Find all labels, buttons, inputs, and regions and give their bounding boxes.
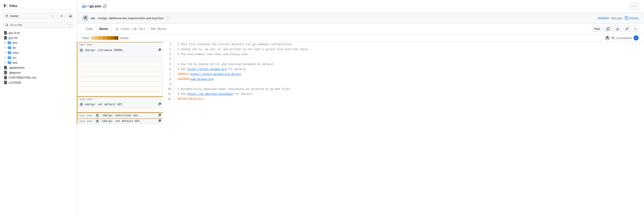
line-number[interactable]: 12 <box>163 97 174 102</box>
chevron-down-icon <box>51 14 54 18</box>
line-number[interactable]: 10 <box>163 87 174 92</box>
goto-file-label: Go to file <box>10 23 22 27</box>
line-number[interactable]: 4 <box>163 57 174 62</box>
copy-path-icon[interactable] <box>103 4 107 8</box>
download-button[interactable] <box>614 26 622 32</box>
blame-gutter-row <box>77 82 163 87</box>
contributors-icon <box>611 36 615 40</box>
add-file-button[interactable] <box>58 13 65 19</box>
code-line: 7 GOPROXY=https://proxy.golang.org,direc… <box>163 72 644 77</box>
line-number[interactable]: 11 <box>163 92 174 97</box>
code-link[interactable]: https://go.dev/doc/toolchain <box>187 92 233 96</box>
folder-name: misc <box>13 51 19 54</box>
line-number[interactable]: 7 <box>163 72 174 77</box>
folder-icon <box>8 51 11 54</box>
list-item[interactable]: .gitattributes <box>0 65 76 70</box>
folder-icon <box>8 46 11 50</box>
blame-avatar <box>95 114 100 118</box>
blame-gutters: last year cmd/go: introduce GOROOT/go...… <box>77 42 163 124</box>
toolbar: master <box>0 12 76 20</box>
download-icon <box>616 27 619 30</box>
history-button[interactable]: History <box>625 16 638 20</box>
path-file: go.env <box>90 4 101 8</box>
blame-time: last year <box>79 120 93 123</box>
list-item[interactable]: .gitignore <box>0 70 76 75</box>
sidebar: Files master Go to file t go1.9.txt go1.… <box>0 0 77 215</box>
file-name: .gitignore <box>8 71 20 74</box>
branch-selector[interactable]: master <box>3 13 57 19</box>
folder-icon <box>8 61 11 64</box>
search-icon <box>69 14 72 18</box>
list-item[interactable]: CONTRIBUTING.md <box>0 75 76 80</box>
age-gradient <box>91 36 118 40</box>
code-link[interactable]: https://proxy.golang.org,direct <box>191 73 241 76</box>
code-link[interactable]: https://proxy.golang.org <box>187 68 226 71</box>
line-number[interactable]: 8 <box>163 77 174 82</box>
list-item[interactable]: test <box>0 60 76 65</box>
copy-icon <box>606 27 610 30</box>
commit-author[interactable]: rsc <box>91 16 95 20</box>
search-shortcut: t <box>68 23 72 27</box>
blame-gutter-row[interactable]: last year cmd/go: introduce GOROOT/go...… <box>77 42 163 62</box>
blame-gutter-row[interactable]: last year cmd/go: set default GOTOOLC... <box>77 118 163 124</box>
list-item[interactable]: go1.9.txt <box>0 30 76 35</box>
blame-copy-icon[interactable] <box>158 48 161 52</box>
list-item[interactable]: doc <box>0 40 76 45</box>
list-item[interactable]: go1.txt <box>0 35 76 40</box>
list-item[interactable]: src <box>0 55 76 60</box>
sidebar-toggle-icon[interactable] <box>4 4 8 8</box>
blame-copy-icon[interactable] <box>158 114 161 118</box>
line-code: # Values set by 'go env -w' and written … <box>174 47 644 52</box>
file-path-bar: go / go.env ··· <box>77 0 644 13</box>
edit-button[interactable] <box>623 26 631 32</box>
svg-rect-1 <box>6 4 8 7</box>
tab-code[interactable]: Code <box>82 26 96 32</box>
svg-rect-0 <box>4 4 6 7</box>
path-root-link[interactable]: go <box>82 4 87 8</box>
code-line: 12 GOTOOLCHAIN=auto <box>163 97 644 102</box>
blame-copy-icon[interactable] <box>158 103 161 106</box>
folder-icon <box>8 56 11 60</box>
code-line: 10 # Automatically download newer toolch… <box>163 87 644 92</box>
line-number[interactable]: 3 <box>163 52 174 57</box>
blame-copy-icon[interactable] <box>158 120 161 123</box>
folder-name: test <box>13 61 18 64</box>
blame-gutter-row[interactable]: last year cmd/go: set default GOTOOLC... <box>77 97 163 108</box>
line-code: # The environment overrides everything e… <box>174 52 644 57</box>
file-icon <box>4 66 7 69</box>
line-number[interactable]: 2 <box>163 47 174 52</box>
list-item[interactable]: LICENSE <box>0 80 76 85</box>
edit-dropdown-button[interactable] <box>632 26 638 32</box>
history-label: History <box>630 16 638 20</box>
blame-avatar <box>79 48 84 52</box>
raw-button[interactable]: Raw <box>592 26 603 32</box>
more-options-button[interactable]: ··· <box>630 3 638 10</box>
chevron-right-icon <box>4 41 6 44</box>
search-button[interactable] <box>67 13 74 19</box>
list-item[interactable]: misc <box>0 50 76 55</box>
file-meta: 12 lines (10 loc) · 505 Bytes <box>115 27 166 30</box>
line-number[interactable]: 1 <box>163 42 174 47</box>
copy-raw-button[interactable] <box>604 26 612 32</box>
commit-more-icon[interactable]: ··· <box>166 16 171 20</box>
contributors-info: Contributors 1 <box>605 36 638 40</box>
contributors-label: Contributors <box>616 36 632 40</box>
code-link[interactable]: sum.golang.org <box>191 78 214 81</box>
contributor-avatar <box>605 36 610 40</box>
line-number[interactable]: 5 <box>163 62 174 67</box>
file-tree: go1.9.txt go1.txt doc lib misc src <box>0 29 76 86</box>
code-line: 4 <box>163 57 644 62</box>
list-item[interactable]: lib <box>0 45 76 50</box>
line-number[interactable]: 6 <box>163 67 174 72</box>
line-number[interactable]: 9 <box>163 82 174 87</box>
blame-commit-msg: cmd/go: set default GOTOOLC... <box>102 120 143 123</box>
blame-avatar <box>79 102 84 106</box>
older-label: Older <box>82 36 90 40</box>
file-name: go1.txt <box>8 36 18 40</box>
hash-value[interactable]: 35268a9 <box>598 16 609 20</box>
blame-gutter-row[interactable]: last year cmd/go: additional doc-inspir.… <box>77 113 163 118</box>
tab-blame[interactable]: Blame <box>96 26 112 32</box>
goto-file-search[interactable]: Go to file t <box>3 22 74 28</box>
line-code: # See https://proxy.golang.org for detai… <box>174 67 644 72</box>
code-line: 5 # Use the Go module mirror and checksu… <box>163 62 644 67</box>
